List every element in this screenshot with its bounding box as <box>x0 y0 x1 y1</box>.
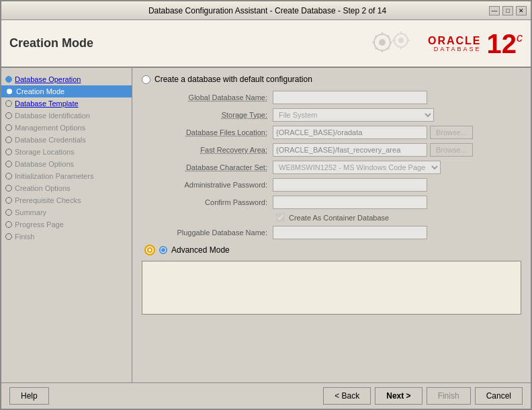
svg-line-9 <box>375 48 377 49</box>
default-config-section: Create a database with default configura… <box>142 75 521 84</box>
sidebar-item-database-credentials: Database Credentials <box>1 134 132 146</box>
sidebar-item-creation-options: Creation Options <box>1 182 132 194</box>
create-container-row: Create As Container Database <box>142 213 521 222</box>
db-files-location-row: Database Files Location: Browse... <box>142 126 521 139</box>
sidebar: Database Operation Creation Mode Databas… <box>1 68 132 382</box>
cancel-button[interactable]: Cancel <box>475 387 523 405</box>
sidebar-item-storage-locations: Storage Locations <box>1 146 132 158</box>
sidebar-dot-storage-locations <box>5 149 12 155</box>
svg-point-11 <box>398 38 404 43</box>
svg-line-8 <box>388 36 389 37</box>
global-db-name-label: Global Database Name: <box>155 93 273 101</box>
gear-icons <box>369 26 416 61</box>
advanced-mode-radio-indicator <box>159 246 167 254</box>
back-button[interactable]: < Back <box>323 387 371 405</box>
advanced-mode-icon <box>144 245 155 255</box>
oracle-logo: ORACLE DATABASE <box>428 35 482 52</box>
sidebar-dot-initialization-parameters <box>5 173 12 179</box>
sidebar-dot-summary <box>5 209 12 216</box>
confirm-password-label: Confirm Password: <box>155 198 273 206</box>
default-config-radio[interactable] <box>142 75 150 84</box>
fast-recovery-row: Fast Recovery Area: Browse... <box>142 143 521 157</box>
character-set-row: Database Character Set: WE8MSWIN1252 - M… <box>142 161 521 174</box>
fast-recovery-label: Fast Recovery Area: <box>155 146 273 154</box>
sidebar-item-database-template[interactable]: Database Template <box>1 97 132 110</box>
help-button[interactable]: Help <box>9 387 49 405</box>
restore-button[interactable]: □ <box>502 6 513 15</box>
character-set-label: Database Character Set: <box>155 163 273 171</box>
oracle-superscript: c <box>517 32 523 44</box>
admin-password-input[interactable] <box>273 178 427 192</box>
sidebar-dot-database-identification <box>5 112 12 119</box>
radio-inner-dot <box>161 248 165 252</box>
sidebar-item-database-options: Database Options <box>1 158 132 170</box>
finish-button[interactable]: Finish <box>427 387 471 405</box>
sidebar-dot-database-options <box>5 161 12 167</box>
confirm-password-input[interactable] <box>273 196 427 209</box>
create-container-label[interactable]: Create As Container Database <box>289 214 389 222</box>
create-container-checkbox[interactable] <box>276 213 285 222</box>
main-window: Database Configuration Assistant - Creat… <box>0 0 532 410</box>
sidebar-dot-database-template <box>5 100 12 107</box>
sidebar-dot-finish <box>5 233 12 240</box>
character-set-select[interactable]: WE8MSWIN1252 - MS Windows Code Page 1252… <box>273 161 441 174</box>
sidebar-item-prerequisite-checks: Prerequisite Checks <box>1 194 132 206</box>
sidebar-dot-database-operation <box>5 76 12 83</box>
admin-password-label: Administrative Password: <box>155 181 273 189</box>
confirm-password-row: Confirm Password: <box>142 196 521 209</box>
sidebar-item-summary: Summary <box>1 206 132 218</box>
sidebar-dot-management-options <box>5 124 12 131</box>
svg-point-1 <box>379 39 386 46</box>
svg-line-6 <box>375 36 377 37</box>
page-title: Creation Mode <box>9 36 93 50</box>
sidebar-item-progress-page: Progress Page <box>1 218 132 231</box>
sidebar-item-management-options: Management Options <box>1 122 132 134</box>
sidebar-dot-creation-mode <box>5 87 13 95</box>
close-button[interactable]: ✕ <box>516 6 527 15</box>
fast-recovery-browse[interactable]: Browse... <box>430 143 473 157</box>
title-bar: Database Configuration Assistant - Creat… <box>1 1 531 20</box>
title-controls: — □ ✕ <box>489 6 527 15</box>
storage-type-select[interactable]: File System <box>273 108 434 122</box>
footer-left: Help <box>9 387 49 405</box>
sidebar-item-creation-mode[interactable]: Creation Mode <box>1 85 132 97</box>
sidebar-dot-database-credentials <box>5 136 12 143</box>
advanced-mode-row: Advanced Mode <box>142 245 521 255</box>
db-files-location-input[interactable] <box>273 126 427 139</box>
svg-point-18 <box>148 249 151 251</box>
pluggable-db-row: Pluggable Database Name: <box>142 226 521 239</box>
admin-password-row: Administrative Password: <box>142 178 521 192</box>
fast-recovery-input[interactable] <box>273 143 427 157</box>
sidebar-item-database-operation[interactable]: Database Operation <box>1 73 132 85</box>
sidebar-item-finish: Finish <box>1 231 132 243</box>
db-files-location-browse[interactable]: Browse... <box>430 126 473 139</box>
sidebar-dot-progress-page <box>5 221 12 228</box>
storage-type-label: Storage Type: <box>155 111 273 119</box>
sidebar-item-database-identification: Database Identification <box>1 110 132 122</box>
db-files-location-label: Database Files Location: <box>155 128 273 136</box>
form-area: Create a database with default configura… <box>132 68 531 382</box>
sidebar-dot-creation-options <box>5 185 12 192</box>
sidebar-dot-prerequisite-checks <box>5 197 12 204</box>
storage-type-row: Storage Type: File System <box>142 108 521 122</box>
pluggable-db-input[interactable] <box>273 226 427 239</box>
global-db-name-input[interactable] <box>273 91 427 104</box>
footer-right: < Back Next > Finish Cancel <box>323 387 523 405</box>
minimize-button[interactable]: — <box>489 6 500 15</box>
description-area <box>142 261 521 315</box>
next-button[interactable]: Next > <box>375 387 422 405</box>
window-title: Database Configuration Assistant - Creat… <box>46 6 489 15</box>
oracle-version: 12 <box>487 30 517 57</box>
svg-line-7 <box>388 48 389 49</box>
pluggable-db-label: Pluggable Database Name: <box>155 229 273 237</box>
header-bar: Creation Mode <box>1 20 531 68</box>
body-area: Database Operation Creation Mode Databas… <box>1 68 531 382</box>
sidebar-item-initialization-parameters: Initialization Parameters <box>1 170 132 182</box>
global-db-name-row: Global Database Name: <box>142 91 521 104</box>
default-config-label[interactable]: Create a database with default configura… <box>154 75 312 84</box>
footer: Help < Back Next > Finish Cancel <box>1 382 531 409</box>
advanced-mode-label[interactable]: Advanced Mode <box>171 245 230 255</box>
